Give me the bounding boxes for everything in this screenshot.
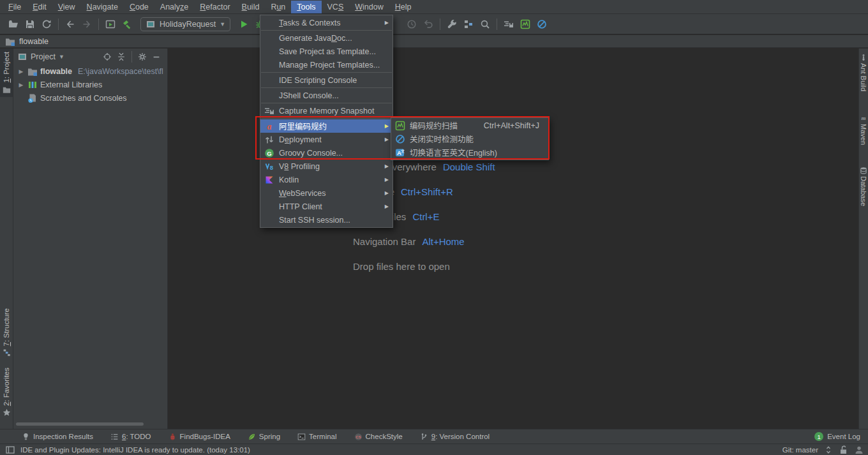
run-window-button[interactable] bbox=[102, 17, 119, 32]
menu-item-label: Save Project as Template... bbox=[279, 47, 376, 56]
menu-help[interactable]: Help bbox=[389, 1, 417, 13]
menu-item-generate-javadoc-[interactable]: Generate JavaDoc... bbox=[260, 31, 393, 45]
wrench-button[interactable] bbox=[444, 17, 460, 32]
spring-icon bbox=[248, 433, 256, 441]
stripe-tab-ant-build[interactable]: Ant Build bbox=[859, 54, 868, 91]
menu-item-deployment[interactable]: Deployment ▶ bbox=[260, 133, 393, 146]
tree-row[interactable]: Scratches and Consoles bbox=[13, 91, 167, 105]
stripe-tab-label: Database bbox=[860, 176, 867, 206]
stripe-tab-maven[interactable]: mMaven bbox=[859, 114, 868, 145]
submenu-item-切换语言至英文-english-[interactable]: A文 切换语言至英文(English) bbox=[391, 145, 548, 159]
alibaba-disable-icon bbox=[537, 19, 547, 29]
menu-item-capture-memory-snapshot[interactable]: Capture Memory Snapshot bbox=[260, 104, 393, 117]
menu-item-start-ssh-session-[interactable]: Start SSH session... bbox=[260, 213, 393, 227]
stripe-tab-1-project[interactable]: 1: Project bbox=[0, 48, 13, 97]
toolwindow-button-6-todo[interactable]: 6: TODO bbox=[110, 433, 151, 441]
stripe-tab-7-structure[interactable]: 7: Structure bbox=[0, 305, 13, 360]
menu-file[interactable]: File bbox=[3, 1, 27, 13]
event-log-button[interactable]: 1 Event Log bbox=[814, 432, 860, 441]
menu-window[interactable]: Window bbox=[349, 1, 389, 13]
tree-row[interactable]: ▶ flowable E:\javaWorkspace\test\fl bbox=[13, 64, 167, 78]
open-folder-button[interactable] bbox=[5, 17, 22, 32]
stripe-tab-label: 7: Structure bbox=[3, 308, 10, 346]
right-toolwindow-stripe: Ant Build mMaven Database bbox=[858, 48, 868, 429]
menu-item-阿里编码规约[interactable]: a 阿里编码规约 ▶ bbox=[260, 119, 393, 133]
project-view-selector[interactable]: Project ▼ bbox=[17, 52, 64, 62]
menu-code[interactable]: Code bbox=[124, 1, 154, 13]
submenu-item-编码规约扫描[interactable]: 编码规约扫描 Ctrl+Alt+Shift+J bbox=[391, 119, 548, 132]
alibaba-disable-button[interactable] bbox=[534, 17, 550, 32]
svg-text:8: 8 bbox=[270, 164, 273, 171]
project-view-icon bbox=[17, 52, 27, 62]
locate-button[interactable] bbox=[100, 50, 114, 63]
toolwindow-button-inspection-results[interactable]: Inspection Results bbox=[22, 433, 93, 441]
memory-snapshot-button[interactable] bbox=[500, 17, 517, 32]
run-configuration-select[interactable]: HolidayRequest ▼ bbox=[140, 17, 230, 31]
frame-icon[interactable] bbox=[5, 445, 15, 455]
tree-row[interactable]: ▶ External Libraries bbox=[13, 78, 167, 91]
git-branch-widget[interactable]: Git: master bbox=[782, 446, 818, 454]
run-button[interactable] bbox=[236, 17, 252, 32]
menu-item-manage-project-templates-[interactable]: Manage Project Templates... bbox=[260, 58, 393, 71]
menu-refactor[interactable]: Refactor bbox=[194, 1, 236, 13]
status-message[interactable]: IDE and Plugin Updates: IntelliJ IDEA is… bbox=[20, 446, 250, 454]
menu-item-http-client[interactable]: HTTP Client ▶ bbox=[260, 200, 393, 213]
menu-item-groovy-console-[interactable]: G Groovy Console... bbox=[260, 146, 393, 160]
back-button[interactable] bbox=[62, 17, 79, 32]
tip-shortcut: Ctrl+E bbox=[412, 211, 439, 222]
clock-button[interactable] bbox=[403, 17, 420, 32]
hector-icon[interactable] bbox=[854, 445, 864, 455]
menu-tools[interactable]: Tools bbox=[291, 1, 321, 13]
menu-vcs[interactable]: VCS bbox=[322, 1, 350, 13]
undo-button[interactable] bbox=[420, 17, 437, 32]
menu-item-tasks-amp-contexts[interactable]: Tasks & Contexts ▶ bbox=[260, 16, 393, 29]
collapse-all-button[interactable] bbox=[114, 50, 128, 63]
wrench-icon bbox=[447, 19, 457, 29]
sync-button[interactable] bbox=[38, 17, 55, 32]
minimize-button[interactable] bbox=[149, 50, 163, 63]
stripe-tab-database[interactable]: Database bbox=[859, 167, 868, 206]
menu-item-kotlin[interactable]: Kotlin ▶ bbox=[260, 173, 393, 186]
menu-item-save-project-as-template-[interactable]: Save Project as Template... bbox=[260, 45, 393, 58]
memory-snapshot-icon bbox=[504, 19, 514, 29]
menu-item-jshell-console-[interactable]: JShell Console... bbox=[260, 89, 393, 102]
folder-icon bbox=[27, 66, 38, 77]
menu-run[interactable]: Run bbox=[265, 1, 291, 13]
search-button[interactable] bbox=[477, 17, 493, 32]
toolwindow-button-9-version-control[interactable]: 9: Version Control bbox=[420, 433, 490, 441]
menu-item-ide-scripting-console[interactable]: IDE Scripting Console bbox=[260, 73, 393, 87]
toolbar-separator bbox=[440, 19, 440, 30]
unlock-icon[interactable] bbox=[839, 445, 849, 455]
toolwindow-button-checkstyle[interactable]: CSCheckStyle bbox=[354, 433, 403, 441]
menu-item-webservices[interactable]: WebServices ▶ bbox=[260, 186, 393, 200]
toolwindow-button-spring[interactable]: Spring bbox=[248, 433, 280, 441]
submenu-arrow-icon: ▶ bbox=[385, 137, 389, 142]
toolwindow-button-findbugs-idea[interactable]: FindBugs-IDEA bbox=[168, 433, 230, 441]
collapse-all-icon bbox=[117, 52, 126, 61]
clock-icon bbox=[407, 19, 417, 29]
gear-button[interactable] bbox=[135, 50, 149, 63]
menu-edit[interactable]: Edit bbox=[27, 1, 52, 13]
shortcut-tip: Drop files here to open bbox=[353, 261, 495, 274]
save-button[interactable] bbox=[22, 17, 38, 32]
forward-button[interactable] bbox=[79, 17, 95, 32]
menu-navigate[interactable]: Navigate bbox=[81, 1, 124, 13]
submenu-item-关闭实时检测功能[interactable]: 关闭实时检测功能 bbox=[391, 132, 548, 145]
menu-view[interactable]: View bbox=[52, 1, 81, 13]
hammer-button[interactable] bbox=[119, 17, 135, 32]
horizontal-scrollbar[interactable] bbox=[16, 422, 144, 426]
toolwindow-button-terminal[interactable]: Terminal bbox=[297, 433, 336, 441]
breadcrumb[interactable]: flowable bbox=[19, 37, 49, 46]
stripe-tab-2-favorites[interactable]: 2: Favorites bbox=[0, 364, 13, 420]
v8-icon: 8 bbox=[264, 161, 274, 172]
expand-chevron-icon[interactable]: ▶ bbox=[17, 68, 25, 75]
structure-button[interactable] bbox=[460, 17, 477, 32]
menu-build[interactable]: Build bbox=[236, 1, 266, 13]
undo-icon bbox=[423, 19, 433, 29]
menu-item-v8-profiling[interactable]: 8 V8 Profiling ▶ bbox=[260, 160, 393, 173]
project-tree: ▶ flowable E:\javaWorkspace\test\fl ▶ Ex… bbox=[13, 64, 167, 105]
expand-chevron-icon[interactable]: ▶ bbox=[17, 82, 25, 88]
menu-analyze[interactable]: Analyze bbox=[154, 1, 194, 13]
alibaba-scan-button[interactable] bbox=[517, 17, 534, 32]
menu-item-label: Groovy Console... bbox=[279, 149, 343, 158]
